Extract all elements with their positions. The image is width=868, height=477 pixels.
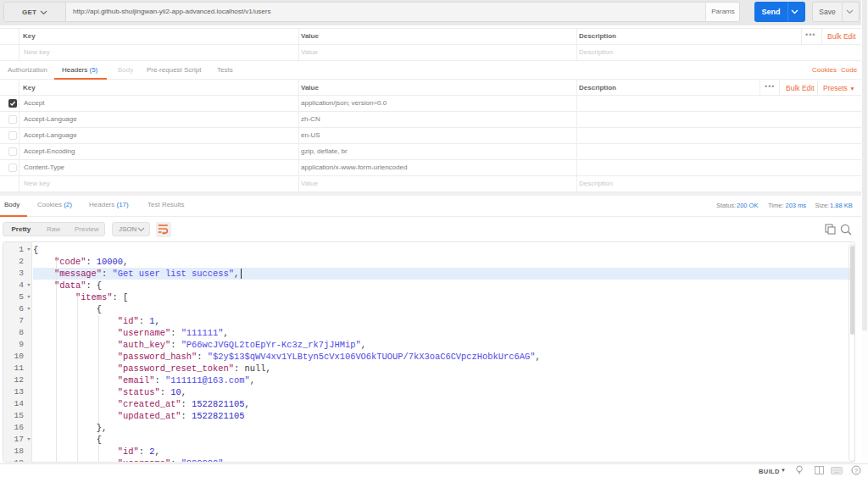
svg-text:?: ? bbox=[854, 467, 859, 474]
